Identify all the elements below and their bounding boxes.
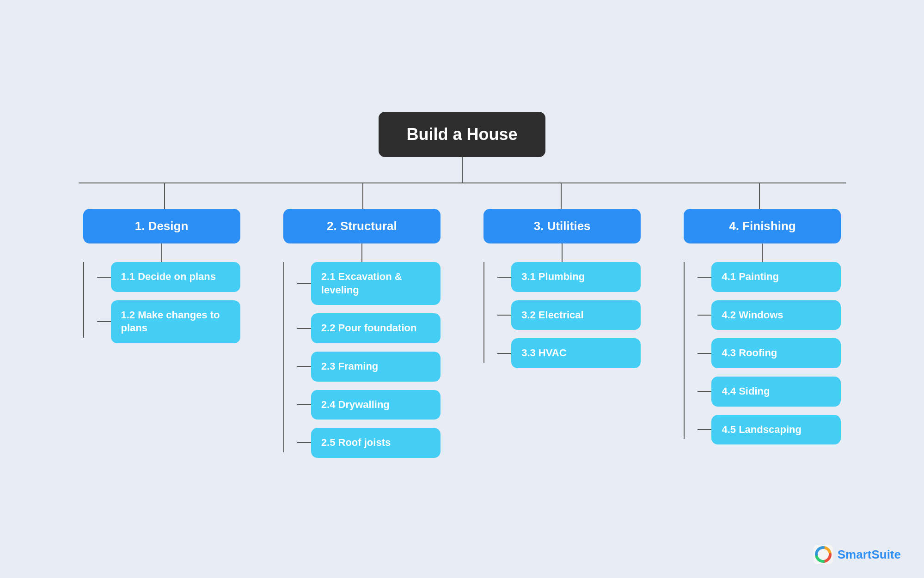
category-structural-label: 2. Structural <box>327 219 397 233</box>
child-connector <box>297 404 311 405</box>
list-item: 3.3 HVAC <box>497 338 641 368</box>
child-connector <box>297 328 311 329</box>
main-horizontal-line <box>79 183 846 183</box>
child-2-3: 2.3 Framing <box>311 352 441 382</box>
list-item: 1.1 Decide on plans <box>97 262 240 292</box>
child-connector <box>497 315 511 316</box>
v-drop-1 <box>164 183 165 209</box>
list-item: 4.4 Siding <box>698 377 841 407</box>
list-item: 2.5 Roof joists <box>297 428 441 458</box>
category-structural-connector <box>361 243 362 262</box>
list-item: 4.1 Painting <box>698 262 841 292</box>
category-design-connector <box>161 243 162 262</box>
root-down-connector <box>462 157 463 183</box>
child-connector <box>297 366 311 367</box>
list-item: 2.1 Excavation & leveling <box>297 262 441 305</box>
root-node: Build a House <box>379 112 545 157</box>
v-drop-4 <box>759 183 760 209</box>
column-design: 1. Design 1.1 Decide on plans 1.2 Make c… <box>69 209 254 466</box>
child-2-5: 2.5 Roof joists <box>311 428 441 458</box>
category-design-label: 1. Design <box>135 219 189 233</box>
list-item: 3.1 Plumbing <box>497 262 641 292</box>
child-connector <box>297 283 311 284</box>
child-3-1: 3.1 Plumbing <box>511 262 641 292</box>
child-3-3: 3.3 HVAC <box>511 338 641 368</box>
diagram-container: Build a House 1. Design 1.1 Decide on pl… <box>23 93 901 485</box>
category-design: 1. Design <box>83 209 240 243</box>
category-structural: 2. Structural <box>283 209 441 243</box>
child-connector <box>698 315 711 316</box>
children-utilities: 3.1 Plumbing 3.2 Electrical 3.3 HVAC <box>483 262 641 377</box>
child-connector <box>497 277 511 278</box>
child-connector <box>698 391 711 392</box>
list-item: 2.4 Drywalling <box>297 390 441 420</box>
category-finishing-label: 4. Finishing <box>729 219 795 233</box>
child-1-2: 1.2 Make changes to plans <box>111 300 240 343</box>
category-finishing: 4. Finishing <box>684 209 841 243</box>
columns-wrapper: 1. Design 1.1 Decide on plans 1.2 Make c… <box>69 209 855 466</box>
child-3-2: 3.2 Electrical <box>511 300 641 330</box>
child-4-3: 4.3 Roofing <box>711 338 841 368</box>
smartsuite-icon <box>814 545 833 564</box>
list-item: 4.5 Landscaping <box>698 415 841 445</box>
list-item: 4.3 Roofing <box>698 338 841 368</box>
column-utilities: 3. Utilities 3.1 Plumbing 3.2 Electrical <box>470 209 655 466</box>
list-item: 3.2 Electrical <box>497 300 641 330</box>
child-2-1: 2.1 Excavation & leveling <box>311 262 441 305</box>
children-design: 1.1 Decide on plans 1.2 Make changes to … <box>83 262 240 352</box>
column-structural: 2. Structural 2.1 Excavation & leveling … <box>269 209 454 466</box>
child-connector <box>698 353 711 354</box>
vertical-drops <box>79 183 846 209</box>
root-label: Build a House <box>406 125 517 144</box>
children-structural: 2.1 Excavation & leveling 2.2 Pour found… <box>283 262 441 466</box>
child-connector <box>297 442 311 443</box>
category-utilities-label: 3. Utilities <box>534 219 591 233</box>
list-item: 2.2 Pour foundation <box>297 313 441 343</box>
smartsuite-label: SmartSuite <box>838 548 901 562</box>
category-utilities: 3. Utilities <box>483 209 641 243</box>
child-connector <box>698 277 711 278</box>
child-connector <box>97 321 111 322</box>
category-finishing-connector <box>762 243 763 262</box>
child-connector <box>698 429 711 430</box>
category-utilities-connector <box>562 243 563 262</box>
children-finishing: 4.1 Painting 4.2 Windows 4.3 Roofing <box>684 262 841 453</box>
child-4-2: 4.2 Windows <box>711 300 841 330</box>
child-connector <box>497 353 511 354</box>
child-4-4: 4.4 Siding <box>711 377 841 407</box>
list-item: 2.3 Framing <box>297 352 441 382</box>
v-drop-3 <box>561 183 562 209</box>
child-connector <box>97 277 111 278</box>
v-drop-2 <box>362 183 363 209</box>
child-2-4: 2.4 Drywalling <box>311 390 441 420</box>
child-2-2: 2.2 Pour foundation <box>311 313 441 343</box>
child-4-1: 4.1 Painting <box>711 262 841 292</box>
list-item: 4.2 Windows <box>698 300 841 330</box>
column-finishing: 4. Finishing 4.1 Painting 4.2 Windows <box>670 209 855 466</box>
list-item: 1.2 Make changes to plans <box>97 300 240 343</box>
child-1-1: 1.1 Decide on plans <box>111 262 240 292</box>
smartsuite-logo: SmartSuite <box>814 545 901 564</box>
child-4-5: 4.5 Landscaping <box>711 415 841 445</box>
